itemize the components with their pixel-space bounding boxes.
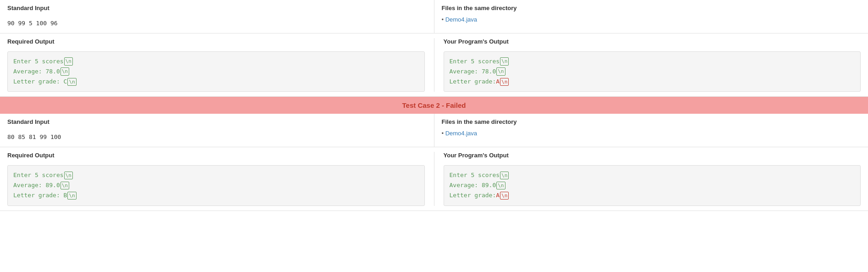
tc2-required-output-section: Required Output Enter 5 scores\n Average… <box>7 152 434 205</box>
list-item: Demo4.java <box>442 16 861 23</box>
tc2-your-line-1-newline: \n <box>500 172 509 179</box>
tc2-required-output-box: Enter 5 scores\n Average: 89.0\n Letter … <box>7 165 425 205</box>
tc2-file-link[interactable]: Demo4.java <box>445 130 477 137</box>
tc2-banner: Test Case 2 - Failed <box>0 97 868 114</box>
tc1-files-section: Files in the same directory Demo4.java <box>434 0 868 33</box>
tc2-req-line-1-newline: \n <box>64 172 73 179</box>
tc1-top-row: Standard Input 90 99 5 100 96 Files in t… <box>0 0 868 33</box>
tc1-req-line-2-newline: \n <box>60 67 69 75</box>
tc2-your-output-section: Your Program's Output Enter 5 scores\n A… <box>434 152 861 205</box>
tc1-file-link[interactable]: Demo4.java <box>445 16 477 23</box>
tc2-your-line-2-newline: \n <box>496 182 505 189</box>
tc2-files-section: Files in the same directory Demo4.java <box>434 114 868 147</box>
tc1-req-line-1-newline: \n <box>64 57 73 65</box>
tc1-req-line-1-text: Enter 5 scores <box>13 56 64 67</box>
tc1-your-line-1-newline: \n <box>500 57 509 65</box>
tc2-std-input-value: 80 85 81 99 100 <box>7 132 427 142</box>
tc1-req-line-3: Letter grade: C\n <box>13 77 419 87</box>
tc2-req-line-1: Enter 5 scores\n <box>13 170 419 180</box>
tc1-std-input-label: Standard Input <box>7 5 427 11</box>
tc1-your-output-section: Your Program's Output Enter 5 scores\n A… <box>434 38 861 92</box>
tc1-required-output-section: Required Output Enter 5 scores\n Average… <box>7 38 434 92</box>
tc1-required-output-box: Enter 5 scores\n Average: 78.0\n Letter … <box>7 51 425 92</box>
tc2-top-row: Standard Input 80 85 81 99 100 Files in … <box>0 114 868 147</box>
tc1-required-output-label: Required Output <box>7 38 425 45</box>
tc1-your-line-2-text: Average: 78.0 <box>450 67 496 77</box>
tc2-req-line-2-newline: \n <box>60 182 69 189</box>
tc1-std-input-value: 90 99 5 100 96 <box>7 18 427 28</box>
tc2-req-line-2: Average: 89.0\n <box>13 180 419 190</box>
tc2-req-line-3-newline: \n <box>67 192 76 200</box>
tc2-req-line-3-text: Letter grade: B <box>13 190 67 200</box>
tc2-your-line-3-grade: A <box>496 190 500 200</box>
tc2-req-line-1-text: Enter 5 scores <box>13 170 64 180</box>
tc2-your-output-label: Your Program's Output <box>444 152 861 159</box>
tc2-req-line-2-text: Average: 89.0 <box>13 180 60 190</box>
tc1-your-line-1-text: Enter 5 scores <box>450 56 500 67</box>
tc1-your-line-3-newline: \n <box>500 78 509 86</box>
tc1-output-row: Required Output Enter 5 scores\n Average… <box>0 33 868 97</box>
tc2-std-input-section: Standard Input 80 85 81 99 100 <box>0 114 434 147</box>
tc1-file-list: Demo4.java <box>442 14 861 25</box>
tc2-files-label: Files in the same directory <box>442 118 861 125</box>
tc2-output-row: Required Output Enter 5 scores\n Average… <box>0 147 868 211</box>
tc2-required-output-label: Required Output <box>7 152 425 159</box>
tc2-req-line-3: Letter grade: B\n <box>13 190 419 200</box>
tc1-your-line-3-text-prefix: Letter grade: <box>450 77 496 87</box>
tc2-your-line-1: Enter 5 scores\n <box>450 170 855 180</box>
tc1-your-line-3-text-grade: A <box>496 77 500 87</box>
tc2-your-output-box: Enter 5 scores\n Average: 89.0\n Letter … <box>444 165 861 205</box>
tc1-your-line-3: Letter grade: A\n <box>450 77 855 87</box>
tc1-your-line-1: Enter 5 scores\n <box>450 56 855 67</box>
tc1-req-line-3-newline: \n <box>67 78 76 86</box>
tc1-req-line-2-text: Average: 78.0 <box>13 67 60 77</box>
tc2-file-list: Demo4.java <box>442 128 861 139</box>
tc2-std-input-label: Standard Input <box>7 118 427 125</box>
tc1-your-line-2: Average: 78.0\n <box>450 67 855 77</box>
tc2-your-line-3-newline: \n <box>500 192 509 200</box>
tc2-your-line-1-text: Enter 5 scores <box>450 170 500 180</box>
tc2-your-line-2-text: Average: 89.0 <box>450 180 496 190</box>
tc1-req-line-2: Average: 78.0\n <box>13 67 419 77</box>
tc1-your-line-2-newline: \n <box>496 67 505 75</box>
tc2-your-line-3-prefix: Letter grade: <box>450 190 496 200</box>
tc1-std-input-section: Standard Input 90 99 5 100 96 <box>0 0 434 33</box>
tc1-req-line-1: Enter 5 scores\n <box>13 56 419 67</box>
tc1-files-label: Files in the same directory <box>442 5 861 11</box>
tc1-your-output-box: Enter 5 scores\n Average: 78.0\n Letter … <box>444 51 861 92</box>
tc1-req-line-3-text: Letter grade: C <box>13 77 67 87</box>
tc1-your-output-label: Your Program's Output <box>444 38 861 45</box>
list-item: Demo4.java <box>442 130 861 137</box>
tc2-your-line-3: Letter grade: A\n <box>450 190 855 200</box>
tc2-your-line-2: Average: 89.0\n <box>450 180 855 190</box>
